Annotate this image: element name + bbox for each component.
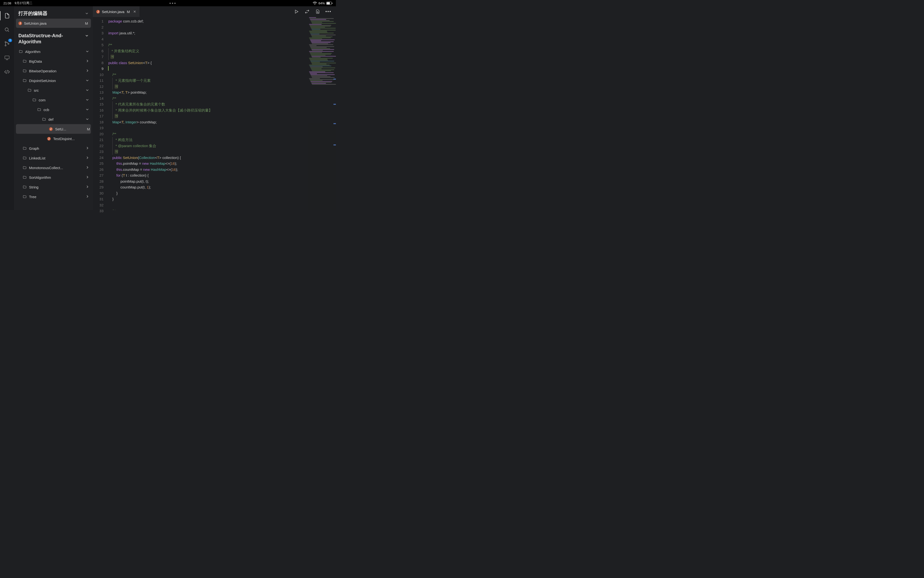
chevron-down-icon <box>85 50 90 54</box>
chevron-right-icon <box>85 59 90 63</box>
line-number-gutter[interactable]: 1234567891011121314151617181920212223242… <box>93 17 107 210</box>
folder-icon <box>22 156 27 160</box>
java-file-icon: J <box>49 127 53 131</box>
chevron-right-icon <box>85 166 90 170</box>
tree-folder[interactable]: String <box>14 182 93 192</box>
search-icon[interactable] <box>3 26 11 33</box>
editor-tab-bar: J SetUnion.java M ✕ ••• <box>93 6 336 17</box>
open-editors-label: 打开的编辑器 <box>18 10 47 17</box>
tree-folder[interactable]: Tree <box>14 192 93 201</box>
svg-rect-1 <box>327 2 330 4</box>
tree-item-label: def <box>49 117 85 122</box>
tree-item-label: LinkedList <box>29 156 85 160</box>
remote-icon[interactable] <box>3 54 11 62</box>
svg-point-7 <box>8 43 9 44</box>
tree-folder[interactable]: BitwiseOperation <box>14 66 93 76</box>
tree-item-label: SortAlgorithm <box>29 175 85 180</box>
chevron-down-icon <box>85 108 90 112</box>
home-indicator-dots[interactable] <box>170 3 176 4</box>
editor-tab[interactable]: J SetUnion.java M ✕ <box>93 6 139 17</box>
activity-bar: 1 <box>0 6 14 210</box>
tree-item-label: BitwiseOperation <box>29 69 85 73</box>
folder-icon <box>22 195 27 199</box>
java-file-icon: J <box>18 21 22 25</box>
chevron-right-icon <box>85 185 90 189</box>
tree-folder[interactable]: BigData <box>14 56 93 66</box>
tree-item-label: SetU... <box>55 127 87 131</box>
more-icon[interactable]: ••• <box>326 9 331 14</box>
chevron-right-icon <box>85 175 90 180</box>
tree-item-label: com <box>39 98 85 102</box>
folder-icon <box>22 175 27 179</box>
chevron-right-icon <box>85 69 90 73</box>
chevron-down-icon <box>85 117 90 122</box>
file-tree[interactable]: AlgorithmBigDataBitwiseOperationDisjoint… <box>14 47 93 210</box>
svg-line-11 <box>6 70 8 74</box>
folder-icon <box>27 88 32 92</box>
chevron-down-icon <box>85 11 89 16</box>
tree-file[interactable]: JTestDisjoint... <box>14 134 93 143</box>
tree-item-label: Graph <box>29 146 85 151</box>
chevron-down-icon <box>85 98 90 102</box>
svg-point-6 <box>5 45 6 46</box>
svg-marker-12 <box>295 10 298 13</box>
compare-changes-icon[interactable] <box>304 9 310 14</box>
find-in-file-icon[interactable] <box>315 9 320 14</box>
folder-icon <box>37 108 42 112</box>
open-editor-item[interactable]: JSetUnion.javaM <box>16 19 91 28</box>
tree-item-label: BigData <box>29 59 85 63</box>
tab-filename: SetUnion.java <box>102 10 124 14</box>
tree-folder[interactable]: LinkedList <box>14 153 93 163</box>
svg-line-16 <box>318 12 319 13</box>
java-file-icon: J <box>96 10 100 13</box>
tree-file[interactable]: JSetU...M <box>16 124 91 134</box>
run-icon[interactable] <box>294 9 299 14</box>
folder-icon <box>22 185 27 189</box>
tree-folder[interactable]: src <box>14 85 93 95</box>
status-time: 21:08 <box>3 2 11 5</box>
chevron-down-icon <box>85 79 90 83</box>
editor-area: J SetUnion.java M ✕ ••• <box>93 6 336 210</box>
folder-icon <box>22 69 27 73</box>
modified-indicator: M <box>85 21 88 25</box>
tree-item-label: ccb <box>44 108 85 112</box>
chevron-right-icon <box>85 146 90 151</box>
code-editor[interactable]: package com.ccb.def;import java.util.*;/… <box>107 17 336 210</box>
project-header[interactable]: DataStructrue-And-Algorithm <box>14 30 93 47</box>
status-date: 9月27日周二 <box>15 1 32 5</box>
wifi-icon <box>313 2 317 5</box>
modified-indicator: M <box>87 127 90 131</box>
source-control-icon[interactable]: 1 <box>3 40 11 47</box>
folder-icon <box>32 98 37 102</box>
battery-icon <box>326 2 332 5</box>
tree-folder[interactable]: def <box>14 114 93 124</box>
overview-ruler <box>333 17 336 210</box>
open-editor-filename: SetUnion.java <box>24 21 47 25</box>
svg-point-5 <box>5 42 6 43</box>
explorer-sidebar: 打开的编辑器 JSetUnion.javaM DataStructrue-And… <box>14 6 93 210</box>
tree-folder[interactable]: DisjointSetUnion <box>14 76 93 85</box>
explorer-icon[interactable] <box>3 12 11 19</box>
folder-icon <box>22 59 27 63</box>
open-editors-header[interactable]: 打开的编辑器 <box>14 6 93 19</box>
folder-icon <box>22 166 27 170</box>
battery-percent: 64% <box>319 2 325 5</box>
status-bar: 21:08 9月27日周二 64% <box>0 0 336 6</box>
svg-point-3 <box>5 28 8 31</box>
tree-folder[interactable]: com <box>14 95 93 105</box>
code-tag-icon[interactable] <box>3 68 11 75</box>
svg-line-4 <box>8 31 9 32</box>
java-file-icon: J <box>47 137 51 141</box>
scm-badge: 1 <box>8 39 12 42</box>
tree-folder[interactable]: Graph <box>14 143 93 153</box>
tree-folder[interactable]: MonotonousCollect... <box>14 163 93 172</box>
close-icon[interactable]: ✕ <box>133 10 136 13</box>
tree-folder[interactable]: ccb <box>14 105 93 114</box>
tree-item-label: String <box>29 185 85 189</box>
tree-item-label: src <box>34 88 85 93</box>
tree-folder[interactable]: SortAlgorithm <box>14 172 93 182</box>
tree-item-label: MonotonousCollect... <box>29 166 85 170</box>
tree-item-label: Tree <box>29 195 85 199</box>
svg-point-15 <box>317 11 318 13</box>
tree-folder[interactable]: Algorithm <box>14 47 93 56</box>
